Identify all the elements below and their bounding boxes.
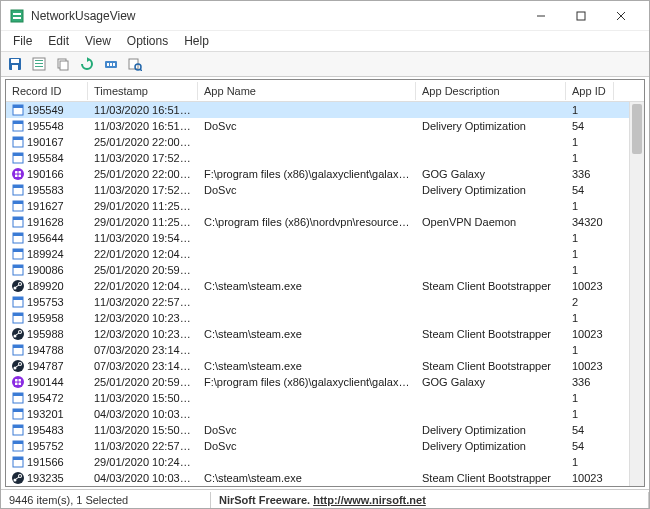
menu-options[interactable]: Options [119, 32, 176, 50]
table-row[interactable]: 19554911/03/2020 16:51:001 [6, 102, 644, 118]
options-icon[interactable] [101, 54, 121, 74]
column-record-id[interactable]: Record ID [6, 82, 88, 100]
table-row[interactable]: 19575311/03/2020 22:57:002 [6, 294, 644, 310]
cell-record-id: 195548 [6, 120, 88, 132]
table-row[interactable]: 19548311/03/2020 15:50:00DoSvcDelivery O… [6, 422, 644, 438]
svg-rect-13 [35, 66, 43, 67]
copy-icon[interactable] [53, 54, 73, 74]
cell-timestamp: 04/03/2020 10:03:00 [88, 472, 198, 484]
menu-view[interactable]: View [77, 32, 119, 50]
cell-app-id: 1 [566, 312, 614, 324]
svg-rect-0 [11, 10, 23, 22]
cell-app-description: GOG Galaxy [416, 168, 566, 180]
table-row[interactable]: 18992422/01/2020 12:04:001 [6, 246, 644, 262]
table-row[interactable]: 19598812/03/2020 10:23:00C:\steam\steam.… [6, 326, 644, 342]
table-row[interactable]: 19016725/01/2020 22:00:001 [6, 134, 644, 150]
cell-timestamp: 11/03/2020 15:50:00 [88, 392, 198, 404]
column-app-id[interactable]: App ID [566, 82, 614, 100]
vertical-scrollbar[interactable] [629, 102, 644, 486]
cell-app-name: C:\steam\steam.exe [198, 360, 416, 372]
svg-rect-44 [13, 233, 23, 236]
cell-app-id: 10023 [566, 472, 614, 484]
table-row[interactable]: 19162729/01/2020 11:25:001 [6, 198, 644, 214]
column-timestamp[interactable]: Timestamp [88, 82, 198, 100]
save-icon[interactable] [5, 54, 25, 74]
svg-point-60 [19, 331, 21, 333]
cell-record-id: 195584 [6, 152, 88, 164]
cell-app-description: Steam Client Bootstrapper [416, 280, 566, 292]
svg-rect-42 [13, 217, 23, 220]
table-row[interactable]: 19554811/03/2020 16:51:00DoSvcDelivery O… [6, 118, 644, 134]
toolbar [1, 51, 649, 77]
table-row[interactable]: 19478707/03/2020 23:14:00C:\steam\steam.… [6, 358, 644, 374]
column-app-description[interactable]: App Description [416, 82, 566, 100]
data-grid: Record ID Timestamp App Name App Descrip… [5, 79, 645, 487]
svg-rect-33 [15, 171, 18, 174]
column-app-name[interactable]: App Name [198, 82, 416, 100]
table-row[interactable]: 19016625/01/2020 22:00:00F:\program file… [6, 166, 644, 182]
table-row[interactable]: 19323504/03/2020 10:03:00C:\steam\steam.… [6, 470, 644, 486]
status-brand-panel: NirSoft Freeware. http://www.nirsoft.net [211, 492, 649, 508]
cell-record-id: 191627 [6, 200, 88, 212]
cell-record-id: 190166 [6, 168, 88, 180]
table-row[interactable]: 19558411/03/2020 17:52:001 [6, 150, 644, 166]
cell-app-id: 1 [566, 456, 614, 468]
menubar: File Edit View Options Help [1, 31, 649, 51]
cell-app-description: GOG Galaxy [416, 376, 566, 388]
table-row[interactable]: 19014425/01/2020 20:59:00F:\program file… [6, 374, 644, 390]
row-icon [12, 104, 24, 116]
cell-timestamp: 11/03/2020 16:51:00 [88, 120, 198, 132]
refresh-icon[interactable] [77, 54, 97, 74]
table-row[interactable]: 19575211/03/2020 22:57:00DoSvcDelivery O… [6, 438, 644, 454]
cell-timestamp: 29/01/2020 10:24:00 [88, 456, 198, 468]
cell-app-id: 10023 [566, 280, 614, 292]
maximize-button[interactable] [561, 2, 601, 30]
table-row[interactable]: 19008625/01/2020 20:59:001 [6, 262, 644, 278]
svg-rect-31 [13, 153, 23, 156]
cell-record-id: 195583 [6, 184, 88, 196]
svg-rect-4 [577, 12, 585, 20]
minimize-button[interactable] [521, 2, 561, 30]
cell-timestamp: 12/03/2020 10:23:00 [88, 328, 198, 340]
svg-point-87 [19, 475, 21, 477]
cell-app-id: 1 [566, 152, 614, 164]
table-row[interactable]: 19478807/03/2020 23:14:001 [6, 342, 644, 358]
table-row[interactable]: 19564411/03/2020 19:54:001 [6, 230, 644, 246]
statusbar: 9446 item(s), 1 Selected NirSoft Freewar… [1, 489, 649, 509]
table-row[interactable]: 19558311/03/2020 17:52:00DoSvcDelivery O… [6, 182, 644, 198]
cell-app-id: 10023 [566, 328, 614, 340]
table-row[interactable]: 18992022/01/2020 12:04:00C:\steam\steam.… [6, 278, 644, 294]
row-icon [12, 184, 24, 196]
cell-timestamp: 04/03/2020 10:03:00 [88, 408, 198, 420]
scrollbar-thumb[interactable] [632, 104, 642, 154]
table-row[interactable]: 19162829/01/2020 11:25:00C:\program file… [6, 214, 644, 230]
svg-rect-40 [13, 201, 23, 204]
menu-help[interactable]: Help [176, 32, 217, 50]
find-icon[interactable] [125, 54, 145, 74]
svg-rect-20 [113, 63, 115, 66]
grid-rows: 19554911/03/2020 16:51:00119554811/03/20… [6, 102, 644, 486]
menu-file[interactable]: File [5, 32, 40, 50]
svg-rect-78 [13, 409, 23, 412]
menu-edit[interactable]: Edit [40, 32, 77, 50]
table-row[interactable]: 19320104/03/2020 10:03:001 [6, 406, 644, 422]
cell-app-name: C:\steam\steam.exe [198, 280, 416, 292]
cell-timestamp: 25/01/2020 22:00:00 [88, 136, 198, 148]
table-row[interactable]: 19547211/03/2020 15:50:001 [6, 390, 644, 406]
table-row[interactable]: 19156629/01/2020 10:24:001 [6, 454, 644, 470]
svg-rect-11 [35, 60, 43, 61]
properties-icon[interactable] [29, 54, 49, 74]
svg-rect-57 [13, 313, 23, 316]
cell-app-description: Steam Client Bootstrapper [416, 328, 566, 340]
close-button[interactable] [601, 2, 641, 30]
table-row[interactable]: 19595812/03/2020 10:23:001 [6, 310, 644, 326]
cell-app-id: 1 [566, 392, 614, 404]
svg-rect-2 [13, 17, 21, 19]
row-icon [12, 472, 24, 484]
cell-app-name: DoSvc [198, 424, 416, 436]
row-icon [12, 120, 24, 132]
row-icon [12, 296, 24, 308]
brand-link[interactable]: http://www.nirsoft.net [313, 494, 426, 506]
row-icon [12, 440, 24, 452]
cell-timestamp: 25/01/2020 20:59:00 [88, 376, 198, 388]
